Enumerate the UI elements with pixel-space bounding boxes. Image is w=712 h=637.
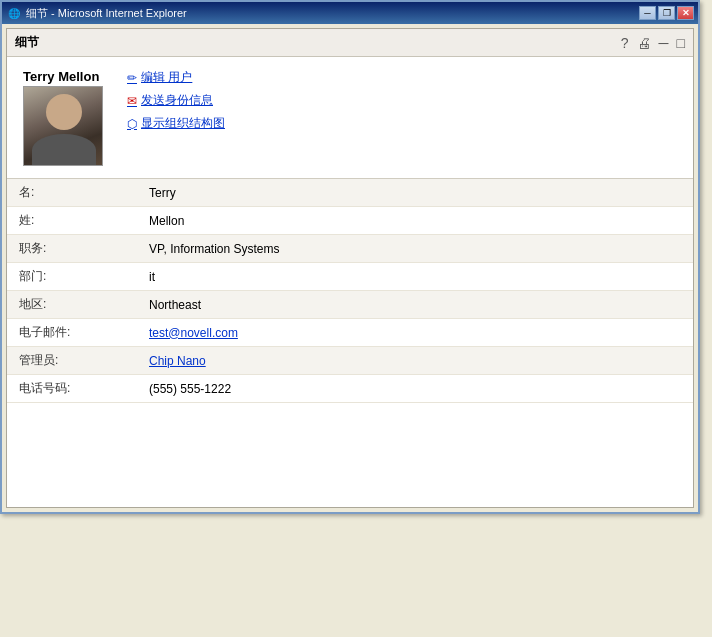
print-icon[interactable]: 🖨 (637, 35, 651, 51)
user-name: Terry Mellon (23, 69, 103, 84)
edit-icon: ✏ (127, 71, 137, 85)
toolbar: 细节 ? 🖨 ─ □ (7, 29, 693, 57)
window-minimize-icon[interactable]: ─ (659, 35, 669, 51)
app-icon: 🌐 (6, 5, 22, 21)
actions-area: ✏ 编辑 用户 ✉ 发送身份信息 ⬡ 显示组织结构图 (127, 69, 225, 166)
toolbar-title: 细节 (15, 34, 39, 51)
manager-link[interactable]: Chip Nano (149, 354, 206, 368)
help-icon[interactable]: ? (621, 35, 629, 51)
field-value-lastname: Mellon (137, 207, 693, 235)
table-row: 电子邮件: test@novell.com (7, 319, 693, 347)
field-label-lastname: 姓: (7, 207, 137, 235)
table-row: 名: Terry (7, 179, 693, 207)
field-label-email: 电子邮件: (7, 319, 137, 347)
toolbar-buttons: ? 🖨 ─ □ (621, 35, 685, 51)
avatar-image (24, 86, 102, 166)
field-value-name: Terry (137, 179, 693, 207)
send-icon: ✉ (127, 94, 137, 108)
email-link[interactable]: test@novell.com (149, 326, 238, 340)
table-row: 姓: Mellon (7, 207, 693, 235)
restore-button[interactable]: ❐ (658, 6, 675, 20)
avatar (23, 86, 103, 166)
user-info-left: Terry Mellon (23, 69, 103, 166)
field-label-name: 名: (7, 179, 137, 207)
edit-user-action[interactable]: ✏ 编辑 用户 (127, 69, 225, 86)
send-identity-label: 发送身份信息 (141, 92, 213, 109)
table-row: 地区: Northeast (7, 291, 693, 319)
field-value-region: Northeast (137, 291, 693, 319)
ie-window: 🌐 细节 - Microsoft Internet Explorer ─ ❐ ✕… (0, 0, 700, 514)
window-maximize-icon[interactable]: □ (677, 35, 685, 51)
title-bar: 🌐 细节 - Microsoft Internet Explorer ─ ❐ ✕ (2, 2, 698, 24)
details-table: 名: Terry 姓: Mellon 职务: VP, Information S… (7, 179, 693, 403)
window-title: 细节 - Microsoft Internet Explorer (26, 6, 639, 21)
field-label-manager: 管理员: (7, 347, 137, 375)
field-label-phone: 电话号码: (7, 375, 137, 403)
org-chart-label: 显示组织结构图 (141, 115, 225, 132)
minimize-button[interactable]: ─ (639, 6, 656, 20)
field-value-dept: it (137, 263, 693, 291)
table-row: 管理员: Chip Nano (7, 347, 693, 375)
send-identity-action[interactable]: ✉ 发送身份信息 (127, 92, 225, 109)
desktop: 🌐 细节 - Microsoft Internet Explorer ─ ❐ ✕… (0, 0, 712, 637)
field-label-title: 职务: (7, 235, 137, 263)
table-row: 职务: VP, Information Systems (7, 235, 693, 263)
field-label-region: 地区: (7, 291, 137, 319)
field-value-manager[interactable]: Chip Nano (137, 347, 693, 375)
window-controls: ─ ❐ ✕ (639, 6, 694, 20)
table-row: 电话号码: (555) 555-1222 (7, 375, 693, 403)
user-header: Terry Mellon ✏ 编辑 用户 ✉ 发送身份信息 ⬡ (7, 57, 693, 179)
content-area: 细节 ? 🖨 ─ □ Terry Mellon (6, 28, 694, 508)
org-chart-icon: ⬡ (127, 117, 137, 131)
field-value-title: VP, Information Systems (137, 235, 693, 263)
close-button[interactable]: ✕ (677, 6, 694, 20)
org-chart-action[interactable]: ⬡ 显示组织结构图 (127, 115, 225, 132)
field-label-dept: 部门: (7, 263, 137, 291)
field-value-email[interactable]: test@novell.com (137, 319, 693, 347)
field-value-phone: (555) 555-1222 (137, 375, 693, 403)
table-row: 部门: it (7, 263, 693, 291)
edit-user-label: 编辑 用户 (141, 69, 192, 86)
